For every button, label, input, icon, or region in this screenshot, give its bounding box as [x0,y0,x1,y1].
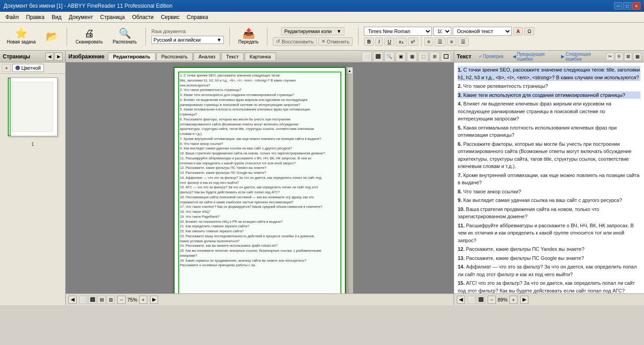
status-tool-3[interactable]: ▤ [97,296,106,304]
image-text-line: 13. Расскажите, какие фильтры ПС Google … [180,171,339,175]
zoom-out-btn[interactable]: − [117,296,126,304]
tab-edit[interactable]: Редактировать [108,53,155,60]
scroll-left-btn[interactable]: ◀ [68,296,77,304]
menu-view[interactable]: Вид [48,13,65,21]
align-justify-btn[interactable]: ☰ [458,38,469,46]
text-zoom-out-btn[interactable]: − [488,296,496,304]
page-thumbnail-1[interactable] [8,77,58,136]
toolbar-separator-1 [67,28,67,46]
font-name-select[interactable]: Times New Roman [364,27,432,36]
text-status-tool-1[interactable]: ⬜ [468,296,476,304]
status-tool-4[interactable]: ▥ [107,296,115,304]
align-right-btn[interactable]: ≡ [447,38,456,46]
tab-picture[interactable]: Картинка [245,53,276,60]
tool-1[interactable]: ⬜ [362,52,372,62]
image-text-line: 15. АГС — что это за фильтр? За что он д… [180,185,339,190]
text-tool-1[interactable]: ✂ [606,53,614,61]
text-scroll-right-btn[interactable]: ▶ [520,296,528,304]
pages-toolbar: + Цветной [0,62,65,74]
next-page-btn[interactable]: ▶ [54,53,63,61]
image-scrollbar[interactable]: ▲ ▼ [346,67,353,293]
image-text-line: анкорами? [180,254,339,258]
text-item: 7. Кроме внутренней оптимизации, как еще… [458,172,640,187]
image-text-line: 14. Аффилиат — что это за фильтр? За что… [180,176,339,180]
status-tool-1[interactable]: ⬜ [79,296,87,304]
open-button[interactable]: 📂 [43,30,61,43]
new-task-button[interactable]: ⭐ Новая задача [4,27,39,46]
image-zoom-control: − 75% + [117,296,147,304]
tool-2[interactable]: ⬛ [373,52,383,62]
text-item: 11. Расшифруйте аббревиатуры и расскажит… [458,222,640,244]
menu-document[interactable]: Документ [65,13,97,21]
image-text-line: оптимизированного сайта (Возможные ответ… [180,122,339,127]
scan-button[interactable]: 🖨 Сканировать [73,27,106,46]
minimize-button[interactable]: ─ [614,2,622,10]
text-status-tool-2[interactable]: ⬛ [477,296,485,304]
page-add-btn[interactable]: + [2,64,11,72]
image-text-line: 23. Расскажите вашу последовательность д… [180,234,339,239]
tab-text[interactable]: Текст [221,53,244,60]
scroll-right-btn[interactable]: ▶ [150,296,158,304]
tool-8[interactable]: 🔲 [441,52,451,62]
tab-recognize[interactable]: Распознать [156,53,193,60]
menu-edit[interactable]: Правка [23,13,48,21]
menu-help[interactable]: Справка [183,13,212,21]
restore-button[interactable]: ↺ Восстановить [273,37,316,46]
bold-button[interactable]: B [364,38,374,46]
text-item: 9. Как выглядит самая удачная ссылка на … [458,196,640,204]
zoom-in-btn[interactable]: + [139,296,147,304]
text-tool-3[interactable]: ⊠ [624,53,632,61]
text-zoom-in-btn[interactable]: + [509,296,518,304]
main-toolbar: ⭐ Новая задача 📂 🖨 Сканировать 🔍 Распозн… [0,23,644,51]
prev-page-btn[interactable]: ◀ [45,53,53,61]
text-zoom-control: − 89% + [488,296,518,304]
language-selector[interactable]: Русский и английски ▼ [151,36,224,44]
image-text-line: 3. Какие теги используются для создания … [180,93,339,97]
editable-copy-selector[interactable]: Редактируемая копи ▼ [281,27,344,35]
format-omega-btn[interactable]: Ω [524,27,534,35]
text-panel: Текст ✓ Проверка ◀ Предыдущая ошибка ▶ С… [454,51,644,305]
superscript-button[interactable]: x² [408,38,418,46]
menu-service[interactable]: Сервис [157,13,183,21]
toolbar-separator-2 [145,28,146,46]
maximize-button[interactable]: □ [623,2,631,10]
image-text-line: 11. Расшифруйте аббревиатуры и расскажит… [180,156,339,161]
image-text-line: title, заголовки h1, h2, h3 и т.д., <b>,… [180,78,339,83]
subscript-button[interactable]: x₂ [396,38,407,46]
image-text-line: 12. Расскажите, какие фильтры ПС Yandex … [180,166,339,170]
align-center-btn[interactable]: ☰ [435,38,445,46]
menu-regions[interactable]: Области [128,13,157,21]
tool-5[interactable]: ▦ [407,52,417,62]
toolbar-separator-5 [358,28,358,46]
image-text-line: Расскажите о основных принципах работы с… [180,263,339,268]
image-text-line: 7. Кроме внутренней оптимизации, как еще… [180,137,339,141]
send-button[interactable]: 📤 Передать [235,27,262,46]
italic-button[interactable]: I [375,38,383,46]
tool-4[interactable]: ▣ [396,52,406,62]
status-tool-2[interactable]: ⬛ [88,296,97,304]
prev-error-button[interactable]: ◀ Предыдущая ошибка [509,51,556,62]
next-error-button[interactable]: ▶ Следующая ошибка [557,51,602,62]
tab-analyze[interactable]: Анализ [194,53,220,60]
tool-7[interactable]: ⊞ [430,52,440,62]
recognize-button[interactable]: 🔍 Распознать [110,27,140,46]
scan-label: Сканировать [76,39,103,44]
tool-6[interactable]: ⬚ [418,52,428,62]
color-filter[interactable]: Цветной [12,64,44,72]
cancel-button[interactable]: ✕ Отменить [318,37,353,46]
menu-page[interactable]: Страница [97,13,128,21]
align-left-btn[interactable]: ≡ [424,38,433,46]
zoom-tool[interactable]: 🔍 [384,52,394,62]
font-size-select[interactable]: 10 [433,27,451,36]
underline-button[interactable]: U [384,38,394,46]
format-A-btn[interactable]: A [513,27,523,35]
check-button[interactable]: ✓ Проверка [475,53,507,60]
text-style-select[interactable]: Основной текст [453,27,512,36]
text-scroll-left-btn[interactable]: ◀ [457,296,465,304]
menu-file[interactable]: Файл [2,13,23,21]
close-button[interactable]: ✕ [632,2,640,10]
text-item: 14. Аффилиат — что это за фильтр? За что… [458,263,640,278]
text-tool-2[interactable]: ⎘ [615,53,623,61]
text-tool-4[interactable]: ▦ [633,53,641,61]
image-text-line: Какие условия должны выполняться? [180,239,339,244]
